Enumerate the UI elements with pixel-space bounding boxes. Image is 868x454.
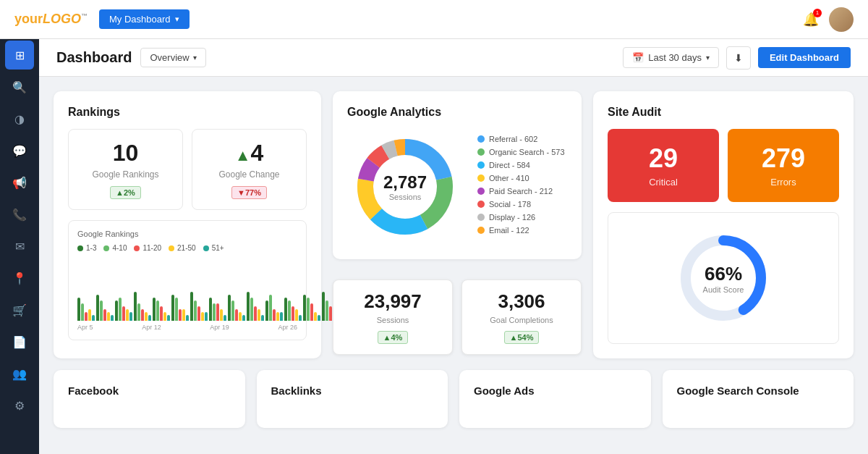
sidebar-item-users[interactable]: 👥 <box>5 359 34 388</box>
dot-social <box>477 201 485 208</box>
bar <box>310 303 313 321</box>
analytics-column: Google Analytics <box>333 91 582 358</box>
site-audit-title: Site Audit <box>608 106 839 119</box>
date-range-label: Last 30 days <box>648 52 702 63</box>
score-donut: 66% Audit Score <box>673 227 774 329</box>
bar <box>100 300 103 321</box>
bar-group <box>265 295 283 321</box>
sidebar-item-home[interactable]: ⊞ <box>5 41 34 70</box>
sidebar-item-analytics[interactable]: ◑ <box>5 104 34 133</box>
bar-chart <box>77 259 297 321</box>
sidebar-item-search[interactable]: 🔍 <box>5 72 34 101</box>
notifications-bell[interactable]: 🔔 1 <box>803 12 819 28</box>
edit-dashboard-button[interactable]: Edit Dashboard <box>758 47 851 68</box>
legend-referral: Referral - 602 <box>477 135 567 143</box>
critical-value: 29 <box>622 143 705 174</box>
score-label: Audit Score <box>703 285 744 294</box>
x-label-apr12: Apr 12 <box>142 324 161 331</box>
bar-group <box>115 298 132 321</box>
bar <box>247 292 250 321</box>
dot-email <box>477 227 485 234</box>
user-avatar[interactable] <box>829 7 854 32</box>
sidebar-item-ecommerce[interactable]: 🛒 <box>5 295 34 324</box>
sidebar: ⊞ 🔍 ◑ 💬 📢 📞 ✉ 📍 🛒 📄 👥 ⚙ <box>0 0 39 442</box>
site-audit-card: Site Audit 29 Critical 279 Errors <box>593 91 854 358</box>
legend-4-10: 4-10 <box>103 244 127 252</box>
sidebar-item-email[interactable]: ✉ <box>5 232 34 261</box>
bar <box>171 295 174 321</box>
bar-group <box>190 292 208 321</box>
bar <box>209 298 212 321</box>
legend-dot-21-50 <box>169 245 174 251</box>
sidebar-item-location[interactable]: 📍 <box>5 264 34 293</box>
chart-x-axis: Apr 5 Apr 12 Apr 19 Apr 26 <box>77 324 297 331</box>
bar-group <box>247 292 264 321</box>
bar <box>284 298 287 321</box>
bar <box>194 300 197 321</box>
bar-group <box>171 295 189 321</box>
bar <box>137 303 140 321</box>
dashboard-dropdown-button[interactable]: My Dashboard <box>99 9 190 29</box>
bar <box>231 300 234 321</box>
rankings-chart-label: Google Rankings <box>77 230 297 238</box>
bar <box>186 315 189 321</box>
sidebar-item-calls[interactable]: 📞 <box>5 200 34 229</box>
bar <box>201 312 204 321</box>
errors-box: 279 Errors <box>728 129 839 202</box>
overview-dropdown-button[interactable]: Overview <box>140 48 205 67</box>
bar <box>303 295 306 321</box>
bar <box>242 315 245 321</box>
rankings-chart-section: Google Rankings 1-3 4-10 11-20 <box>68 220 307 340</box>
legend-social: Social - 178 <box>477 200 567 209</box>
bar-group <box>96 295 114 321</box>
bar <box>265 300 268 321</box>
sessions-label: Sessions <box>345 316 441 324</box>
bar <box>134 292 137 321</box>
bar <box>213 303 216 321</box>
sidebar-item-messages[interactable]: 💬 <box>5 136 34 165</box>
legend-email: Email - 122 <box>477 226 567 235</box>
bar <box>119 298 122 321</box>
bar <box>261 315 264 321</box>
bar <box>254 306 257 321</box>
date-range-button[interactable]: 📅 Last 30 days <box>623 47 719 68</box>
dot-display <box>477 214 485 221</box>
bar <box>295 309 298 321</box>
google-ads-card: Google Ads <box>459 370 651 428</box>
legend-dot-11-20 <box>134 245 140 251</box>
bar <box>81 303 84 321</box>
legend-21-50: 21-50 <box>169 244 196 252</box>
bar <box>250 298 253 321</box>
bar <box>160 306 163 321</box>
bar <box>85 312 88 321</box>
logo: yourLOGO™ <box>14 12 88 27</box>
goals-badge: ▲54% <box>504 331 540 344</box>
score-center: 66% Audit Score <box>703 263 744 294</box>
legend-dot-51plus <box>203 245 209 251</box>
bar <box>299 315 302 321</box>
bar-group <box>209 298 226 321</box>
bar <box>153 298 156 321</box>
bar-group <box>134 292 151 321</box>
bar <box>122 306 125 321</box>
sidebar-item-settings[interactable]: ⚙ <box>5 391 34 420</box>
legend-11-20: 11-20 <box>134 244 161 252</box>
google-change-metric: ▲4 Google Change ▼77% <box>192 129 307 210</box>
bar <box>307 298 310 321</box>
sidebar-item-campaigns[interactable]: 📢 <box>5 168 34 197</box>
analytics-donut: 2,787 Sessions <box>347 129 463 245</box>
bar <box>96 295 99 321</box>
sidebar-item-reports[interactable]: 📄 <box>5 327 34 356</box>
goals-value: 3,306 <box>474 290 569 313</box>
bar <box>141 309 144 321</box>
bar <box>239 312 242 321</box>
calendar-icon: 📅 <box>632 52 644 63</box>
audit-score-container: 66% Audit Score <box>608 212 839 344</box>
bar <box>145 312 148 321</box>
google-change-label: Google Change <box>201 169 297 180</box>
bar-group <box>228 295 245 321</box>
bar <box>182 309 185 321</box>
bar <box>126 309 129 321</box>
goals-label: Goal Completions <box>474 316 569 324</box>
download-button[interactable]: ⬇ <box>726 46 751 70</box>
